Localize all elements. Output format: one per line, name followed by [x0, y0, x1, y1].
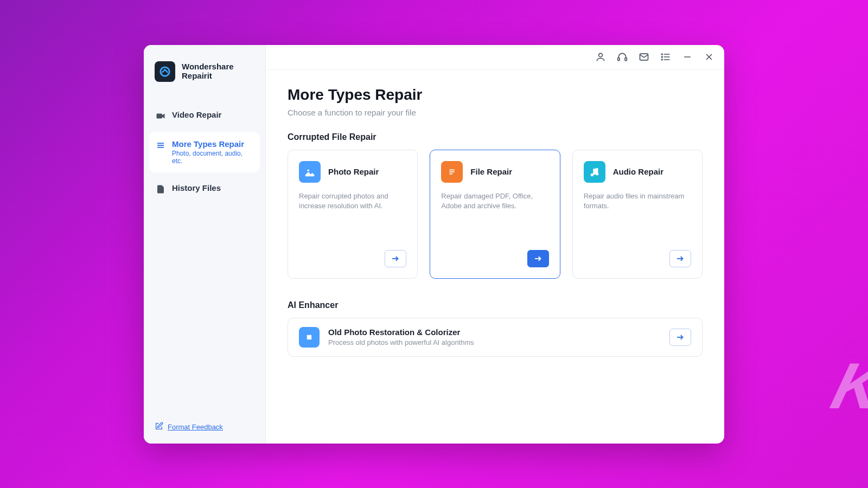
- video-icon: [156, 111, 165, 121]
- sidebar-item-label: More Types Repair: [172, 139, 253, 149]
- svg-rect-6: [618, 58, 620, 61]
- app-logo-text: Wondershare Repairit: [182, 62, 234, 80]
- card-desc: Repair damaged PDF, Office, Adobe and ar…: [441, 191, 548, 211]
- svg-point-0: [161, 67, 170, 76]
- photo-icon: [299, 161, 321, 183]
- svg-point-13: [662, 56, 663, 57]
- svg-point-26: [590, 173, 593, 176]
- card-title: Old Photo Restoration & Colorizer: [328, 328, 474, 337]
- page-subtitle: Choose a function to repair your file: [288, 108, 703, 117]
- card-desc: Repair audio files in mainstream formats…: [584, 191, 691, 211]
- watermark-k: K: [825, 348, 868, 423]
- sidebar-item-history-files[interactable]: History Files: [149, 176, 260, 202]
- sidebar-item-more-types-repair[interactable]: More Types Repair Photo, document, audio…: [149, 132, 260, 172]
- svg-point-27: [595, 172, 598, 175]
- svg-point-19: [307, 169, 309, 171]
- card-desc: Process old photos with powerful AI algo…: [328, 338, 474, 346]
- list-icon: [156, 140, 165, 150]
- edit-icon: [155, 422, 163, 433]
- card-old-photo-restoration[interactable]: Old Photo Restoration & Colorizer Proces…: [288, 318, 703, 357]
- section-enhancer-heading: AI Enhancer: [288, 300, 703, 310]
- document-icon: [441, 161, 463, 183]
- sidebar-item-label: History Files: [172, 183, 221, 192]
- svg-rect-1: [157, 113, 163, 118]
- restore-photo-icon: [299, 327, 320, 348]
- content-area: More Types Repair Choose a function to r…: [266, 70, 724, 373]
- card-file-repair[interactable]: File Repair Repair damaged PDF, Office, …: [430, 150, 560, 279]
- card-title: Audio Repair: [613, 167, 663, 176]
- sidebar-nav: Video Repair More Types Repair Photo, do…: [144, 97, 265, 207]
- app-window: Wondershare Repairit Video Repair More T…: [144, 45, 724, 444]
- main-panel: More Types Repair Choose a function to r…: [266, 45, 724, 444]
- close-icon[interactable]: [704, 52, 714, 62]
- mail-icon[interactable]: [639, 52, 649, 62]
- svg-rect-30: [307, 335, 311, 339]
- headset-icon[interactable]: [617, 52, 628, 62]
- card-title: File Repair: [470, 167, 512, 176]
- card-desc: Repair corrupted photos and increase res…: [299, 191, 406, 211]
- arrow-right-icon[interactable]: [669, 329, 691, 346]
- card-audio-repair[interactable]: Audio Repair Repair audio files in mains…: [572, 150, 703, 279]
- section-corrupted-heading: Corrupted File Repair: [288, 132, 703, 142]
- app-logo-icon: [155, 61, 175, 82]
- arrow-right-icon[interactable]: [385, 250, 406, 267]
- menu-list-icon[interactable]: [660, 52, 671, 62]
- svg-point-12: [662, 54, 663, 55]
- sidebar-item-label: Video Repair: [172, 110, 221, 119]
- sidebar: Wondershare Repairit Video Repair More T…: [144, 45, 266, 444]
- sidebar-footer: Format Feedback: [144, 411, 265, 444]
- arrow-right-icon[interactable]: [669, 250, 691, 267]
- page-title: More Types Repair: [288, 86, 703, 104]
- card-title: Photo Repair: [328, 167, 379, 176]
- music-icon: [584, 161, 605, 183]
- user-icon[interactable]: [595, 52, 606, 62]
- svg-point-5: [599, 53, 603, 57]
- app-name-line1: Wondershare: [182, 62, 234, 72]
- sidebar-item-sublabel: Photo, document, audio, etc.: [172, 150, 253, 165]
- svg-point-14: [662, 59, 663, 60]
- arrow-right-icon[interactable]: [527, 250, 549, 267]
- corrupted-cards-row: Photo Repair Repair corrupted photos and…: [288, 150, 703, 279]
- app-name-line2: Repairit: [182, 72, 234, 81]
- format-feedback-link[interactable]: Format Feedback: [168, 423, 223, 431]
- svg-rect-7: [625, 58, 627, 61]
- card-photo-repair[interactable]: Photo Repair Repair corrupted photos and…: [288, 150, 418, 279]
- titlebar: [266, 45, 724, 70]
- minimize-icon[interactable]: [682, 52, 693, 62]
- app-logo: Wondershare Repairit: [144, 61, 265, 97]
- file-icon: [156, 184, 165, 194]
- sidebar-item-video-repair[interactable]: Video Repair: [149, 102, 260, 129]
